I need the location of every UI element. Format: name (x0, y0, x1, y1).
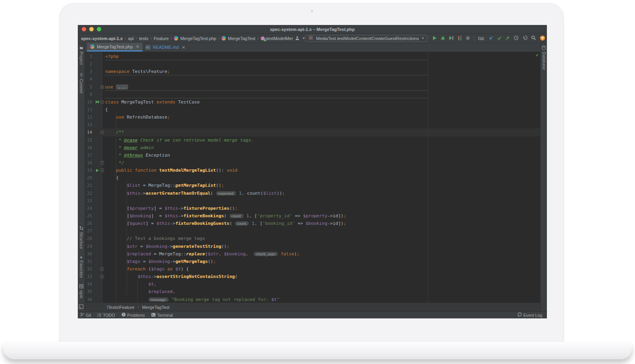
toolwindow-stripes-toggle[interactable] (79, 305, 83, 309)
run-test-icon[interactable] (95, 167, 100, 174)
breadcrumb-class[interactable]: MergeTagTest (228, 36, 255, 41)
breadcrumb-file[interactable]: MergeTagTest.php (180, 36, 216, 41)
code-text[interactable]: [$property] = $this->fixtureProperties()… (105, 205, 540, 212)
fold-marker-icon[interactable]: − (100, 273, 105, 280)
code-text[interactable]: $t, (105, 280, 540, 288)
code-text[interactable] (105, 91, 540, 98)
code-line-24[interactable]: 24 [$property] = $this->fixturePropertie… (85, 205, 540, 212)
toolwindow-button-npm[interactable]: npm (79, 284, 83, 298)
code-text[interactable]: [$guest] = $this->fixtureBookingGuests( … (105, 220, 540, 227)
line-number[interactable]: 27 (85, 227, 95, 235)
code-text[interactable]: $str = $booking->generateTestString(); (105, 243, 540, 250)
close-tab-icon[interactable]: ✕ (136, 44, 139, 49)
statusbar-git[interactable]: Git (80, 312, 91, 318)
debug-button[interactable] (441, 36, 445, 41)
line-number[interactable]: 12 (85, 113, 95, 121)
code-line-1[interactable]: 1<?php (85, 53, 540, 60)
close-tab-icon[interactable]: ✕ (182, 45, 185, 50)
git-push-button[interactable] (505, 36, 510, 41)
code-text[interactable]: $replaced, (105, 288, 540, 295)
code-text[interactable]: * @throws Exception (105, 151, 540, 159)
code-text[interactable]: <?php (105, 53, 540, 60)
code-text[interactable] (105, 75, 540, 83)
toolwindow-button-structure[interactable]: Structure (79, 226, 83, 249)
code-text[interactable]: /** (105, 128, 540, 136)
fold-marker-icon[interactable]: − (100, 265, 105, 273)
statusbar-todo[interactable]: TODO (97, 313, 115, 318)
code-text[interactable] (105, 121, 540, 128)
line-number[interactable]: 26 (85, 220, 95, 227)
fold-marker-icon[interactable]: − (100, 128, 105, 136)
line-number[interactable]: 36 (85, 296, 95, 303)
code-line-28[interactable]: 28 // Test a bookings merge tags (85, 235, 540, 242)
breadcrumb-method[interactable]: testModelMer (267, 36, 293, 41)
run-all-tests-icon[interactable] (95, 98, 100, 106)
code-line-17[interactable]: 17 * @throws Exception (85, 151, 540, 159)
line-number[interactable]: 28 (85, 235, 95, 242)
line-number[interactable]: 30 (85, 250, 95, 258)
toolwindow-button-favorites[interactable]: ★ Favorites (79, 255, 83, 278)
line-number[interactable]: 32 (85, 265, 95, 273)
code-text[interactable]: $list = MergeTag::getMergeTagList(); (105, 182, 540, 189)
user-icon[interactable] (295, 36, 300, 41)
line-number[interactable]: 25 (85, 212, 95, 220)
code-line-9[interactable]: 9 (85, 91, 540, 98)
code-line-21[interactable]: 21 $list = MergeTag::getMergeTagList(); (85, 182, 540, 189)
run-configuration-select[interactable]: MediaTest.testModelContentCreateGuestRes… (305, 35, 427, 42)
code-text[interactable] (105, 227, 540, 235)
code-line-4[interactable]: 4 (85, 75, 540, 83)
breadcrumb-namespace[interactable]: \Tests\Feature (107, 305, 135, 310)
code-line-36[interactable]: 36 message: "Booking merge tag not repla… (85, 296, 540, 303)
breadcrumb-class[interactable]: MergeTagTest (142, 305, 169, 310)
line-number[interactable]: 18 (85, 159, 95, 167)
code-line-34[interactable]: 34 $t, (85, 280, 540, 288)
toolwindow-button-commit[interactable]: Commit (79, 73, 83, 93)
line-number[interactable]: 33 (85, 273, 95, 280)
code-line-13[interactable]: 13 (85, 121, 540, 128)
line-number[interactable]: 1 (85, 53, 95, 60)
line-number[interactable]: 13 (85, 121, 95, 128)
code-line-5[interactable]: 5+use ... (85, 83, 540, 91)
code-text[interactable]: message: "Booking merge tag not replaced… (105, 296, 540, 303)
line-number[interactable]: 9 (85, 91, 95, 98)
breadcrumb-feature[interactable]: Feature (154, 36, 169, 41)
code-line-18[interactable]: 18⌃ */ (85, 159, 540, 167)
code-text[interactable]: { (105, 174, 540, 182)
git-update-button[interactable] (489, 36, 493, 41)
line-number[interactable]: 5 (85, 83, 95, 91)
line-number[interactable]: 10 (85, 98, 95, 106)
line-number[interactable]: 23 (85, 197, 95, 205)
code-line-19[interactable]: 19− public function testModelMergeTagLis… (85, 167, 540, 174)
code-line-26[interactable]: 26 [$guest] = $this->fixtureBookingGuest… (85, 220, 540, 227)
statusbar-problems[interactable]: Problems (121, 312, 145, 318)
line-number[interactable]: 35 (85, 288, 95, 295)
update-available-icon[interactable] (540, 35, 545, 42)
history-button[interactable] (514, 35, 519, 41)
toolwindow-button-project[interactable]: Project (79, 46, 83, 65)
code-text[interactable]: // Test a bookings merge tags (105, 235, 540, 242)
code-line-33[interactable]: 33− $this->assertStringNotContainsString… (85, 273, 540, 280)
profiler-button[interactable] (457, 36, 462, 41)
code-text[interactable]: */ (105, 159, 540, 167)
code-text[interactable]: foreach ($tags as $t) { (105, 265, 540, 273)
inspections-ok-icon[interactable]: ✓ (535, 53, 539, 58)
chevron-down-icon[interactable]: ▼ (302, 36, 305, 40)
code-line-35[interactable]: 35 $replaced, (85, 288, 540, 295)
code-text[interactable]: class MergeTagTest extends TestCase (105, 98, 540, 106)
code-text[interactable]: { (105, 106, 540, 113)
code-line-16[interactable]: 16 * @user admin (85, 144, 540, 151)
code-text[interactable]: namespace Tests\Feature; (105, 68, 540, 75)
code-text[interactable]: * @user admin (105, 144, 540, 151)
toolwindow-button-database[interactable]: Database (542, 46, 546, 70)
breadcrumb-api[interactable]: api (128, 36, 134, 41)
code-text[interactable] (105, 60, 540, 68)
code-line-22[interactable]: 22 $this->assertGreaterThanOrEqual( expe… (85, 190, 540, 197)
line-number[interactable]: 17 (85, 151, 95, 159)
breadcrumb-project[interactable]: spec-system-api-1.x (81, 36, 123, 41)
line-number[interactable]: 22 (85, 190, 95, 197)
code-line-15[interactable]: 15 * @case Check if we can retrieve mode… (85, 136, 540, 144)
code-line-2[interactable]: 2 (85, 60, 540, 68)
line-number[interactable]: 29 (85, 243, 95, 250)
fold-marker-icon[interactable]: ⌃ (100, 159, 105, 167)
line-number[interactable]: 4 (85, 75, 95, 83)
